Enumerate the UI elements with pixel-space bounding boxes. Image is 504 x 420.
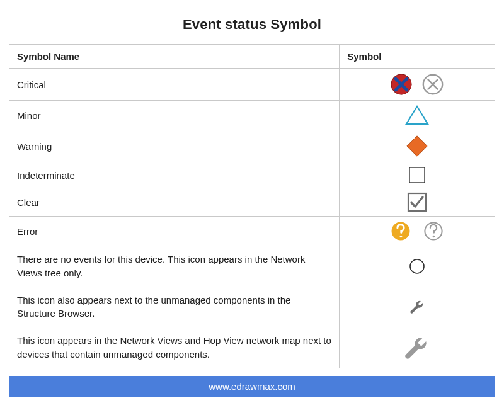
symbol-table: Symbol Name Symbol Critical Minor [9,44,495,368]
svg-marker-6 [406,106,428,124]
symbol-cell-unmanaged-small [340,287,495,327]
error-outline-icon [423,220,444,242]
wrench-large-icon [403,334,431,361]
symbol-cell-warning [340,130,495,162]
row-label: Indeterminate [9,162,340,188]
table-row: This icon also appears next to the unman… [9,287,495,327]
wrench-small-icon [408,297,427,316]
row-label: Minor [9,101,340,130]
table-row: Indeterminate [9,162,495,188]
table-row: Minor [9,101,495,130]
svg-point-14 [410,259,424,273]
svg-rect-8 [410,167,425,183]
table-row: Clear [9,188,495,217]
svg-marker-7 [407,136,427,156]
symbol-cell-minor [340,101,495,130]
symbol-cell-critical [340,69,495,101]
footer-link[interactable]: www.edrawmax.com [9,376,495,397]
table-row: This icon appears in the Network Views a… [9,327,495,368]
warning-icon [405,134,429,158]
symbol-cell-error [340,217,495,246]
clear-icon [407,192,427,212]
minor-icon [404,105,430,126]
svg-point-13 [433,236,435,237]
row-label: Warning [9,130,340,162]
critical-outline-icon [421,72,445,96]
critical-icon [389,72,413,96]
col-header-symbol: Symbol [340,45,495,69]
col-header-name: Symbol Name [9,45,340,69]
row-label: There are no events for this device. Thi… [9,246,340,287]
row-label: Error [9,217,340,246]
svg-point-11 [400,236,403,238]
table-row: Warning [9,130,495,162]
table-header-row: Symbol Name Symbol [9,45,495,69]
error-icon [390,220,411,242]
indeterminate-icon [408,166,426,184]
row-label: This icon appears in the Network Views a… [9,327,340,368]
table-row: Critical [9,69,495,101]
table-row: There are no events for this device. Thi… [9,246,495,287]
page-title: Event status Symbol [9,16,495,33]
row-label: Clear [9,188,340,217]
row-label: Critical [9,69,340,101]
row-label: This icon also appears next to the unman… [9,287,340,327]
symbol-cell-unmanaged-large [340,327,495,368]
circle-outline-icon [409,258,425,275]
symbol-cell-noevents [340,246,495,287]
table-row: Error [9,217,495,246]
symbol-cell-clear [340,188,495,217]
symbol-cell-indeterminate [340,162,495,188]
